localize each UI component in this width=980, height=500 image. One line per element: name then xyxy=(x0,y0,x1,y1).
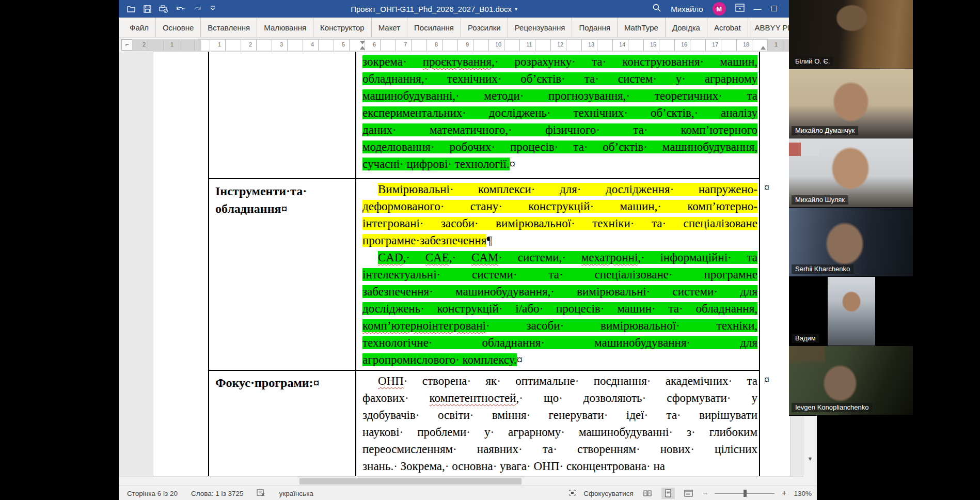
participant-name: Ievgen Konoplianchenko xyxy=(792,403,872,412)
undo-icon[interactable] xyxy=(176,5,186,13)
document-text-line: даних· математичного,· фізичного· та· ко… xyxy=(362,121,757,138)
proofing-errors-icon[interactable] xyxy=(257,489,265,498)
ruler-number: 1 xyxy=(218,41,221,48)
ruler-number: 7 xyxy=(404,41,407,48)
horizontal-scrollbar[interactable] xyxy=(119,476,803,486)
ribbon-tab-10[interactable]: Подання xyxy=(572,18,618,37)
print-preview-icon[interactable] xyxy=(159,5,168,13)
table-row: зокрема· проєктування,· розрахунку· та· … xyxy=(209,52,760,179)
customize-qat-icon[interactable] xyxy=(210,6,216,12)
ruler-number: 9 xyxy=(466,41,469,48)
page-indicator[interactable]: Сторінка 6 із 20 xyxy=(127,490,178,497)
ruler-number: 12 xyxy=(557,41,563,48)
open-icon[interactable] xyxy=(127,5,136,12)
ruler-number: 15 xyxy=(650,41,656,48)
ribbon-tab-11[interactable]: MathType xyxy=(618,18,666,37)
web-layout-icon[interactable] xyxy=(682,488,696,499)
language-indicator[interactable]: українська xyxy=(279,490,313,497)
table-label-line: Інструменти·та· xyxy=(215,182,351,200)
ribbon-display-options-icon[interactable] xyxy=(735,4,745,14)
document-text-line: здобувачів· освіти· вміння· генерувати· … xyxy=(362,407,757,424)
document-page[interactable]: зокрема· проєктування,· розрахунку· та· … xyxy=(153,52,790,476)
ribbon-tab-9[interactable]: Рецензування xyxy=(508,18,573,37)
ribbon-tab-1[interactable]: Файл xyxy=(123,18,156,37)
document-text-line: ОНП· створена· як· оптимальне· поєднання… xyxy=(362,372,757,389)
document-text-line: обладнання,· технічних· об’єктів· та· си… xyxy=(362,70,757,87)
ruler-number: 3 xyxy=(280,41,283,48)
left-indent-marker[interactable] xyxy=(360,46,365,50)
maximize-button[interactable]: ☐ xyxy=(771,0,778,18)
horizontal-ruler: 211234567891011121314151617181 xyxy=(132,39,789,51)
ribbon-tab-7[interactable]: Посилання xyxy=(407,18,461,37)
right-indent-marker[interactable] xyxy=(761,46,766,50)
ribbon-tab-3[interactable]: Вставлення xyxy=(201,18,257,37)
word-window: Проєкт_ОНП-G11_Phd_2026_2027_B01.docx ▾ … xyxy=(119,0,817,500)
read-mode-icon[interactable] xyxy=(641,488,654,499)
ribbon-tab-8[interactable]: Розсилки xyxy=(461,18,508,37)
document-text-line: деформованого· стану· конструкцій· машин… xyxy=(362,198,757,215)
video-tile-5[interactable]: Вадим xyxy=(789,277,913,346)
focus-icon[interactable] xyxy=(568,489,576,498)
tab-selector[interactable]: ⌐ xyxy=(121,39,133,51)
scroll-down-icon[interactable]: ▼ xyxy=(803,456,817,462)
zoom-out-button[interactable]: − xyxy=(703,489,707,498)
table-cell-text: зокрема· проєктування,· розрахунку· та· … xyxy=(356,52,760,178)
zoom-slider[interactable] xyxy=(715,493,774,494)
document-text-line: наукові· проблеми· у· аграрному· машиноб… xyxy=(362,424,757,441)
table-cell-text: ОНП· створена· як· оптимальне· поєднання… xyxy=(356,371,760,476)
document-text-line: інтелектуальні· системи· та· спеціалізов… xyxy=(362,266,757,283)
video-feed xyxy=(828,277,875,346)
participant-name: Serhii Kharchenko xyxy=(792,264,853,274)
ribbon-tab-13[interactable]: Acrobat xyxy=(707,18,748,37)
participant-name: Михайло Шуляк xyxy=(792,195,848,205)
word-count[interactable]: Слова: 1 із 3725 xyxy=(191,490,244,497)
document-text-line: моделювання· робочих· процесів· та· об’є… xyxy=(362,138,757,155)
video-tile-6[interactable]: Ievgen Konoplianchenko xyxy=(789,346,913,415)
document-text-line: машинобудуванні,· методи· прогнозування,… xyxy=(362,87,757,104)
zoom-slider-thumb[interactable] xyxy=(744,490,747,497)
redo-icon[interactable] xyxy=(194,5,202,13)
avatar[interactable]: M xyxy=(713,2,726,15)
ribbon-tab-4[interactable]: Малювання xyxy=(257,18,313,37)
document-text-line: програмне·забезпечення¶ xyxy=(362,232,757,249)
zoom-in-button[interactable]: + xyxy=(782,489,786,498)
video-tile-1[interactable]: Білий О. Є. xyxy=(789,0,913,69)
ruler-number: 17 xyxy=(712,41,718,48)
document-text-line: Вимірювальні· комплекси· для· дослідженн… xyxy=(362,181,757,198)
focus-button[interactable]: Сфокусуватися xyxy=(583,490,634,497)
horizontal-scroll-thumb[interactable] xyxy=(299,478,521,485)
first-line-indent-marker[interactable] xyxy=(360,41,365,44)
print-layout-icon[interactable] xyxy=(661,488,675,499)
document-text-line: агропромислового· комплексу.¤ xyxy=(362,351,757,368)
ruler-number: 2 xyxy=(143,41,146,48)
ruler-number: 2 xyxy=(249,41,252,48)
ruler-number: 18 xyxy=(743,41,749,48)
video-tile-4[interactable]: Serhii Kharchenko xyxy=(789,208,913,277)
video-tile-3[interactable]: Михайло Шуляк xyxy=(789,138,913,208)
document-text-line: CAD,· CAE,· CAM· системи,· мехатронні,· … xyxy=(362,249,757,266)
title-bar: Проєкт_ОНП-G11_Phd_2026_2027_B01.docx ▾ … xyxy=(119,0,817,18)
ribbon-tab-2[interactable]: Основне xyxy=(156,18,201,37)
ribbon-tab-6[interactable]: Макет xyxy=(372,18,407,37)
participant-name: Білий О. Є. xyxy=(792,57,833,66)
document-text-line: забезпечення· машинобудування,· вимірюва… xyxy=(362,283,757,300)
ribbon-tab-12[interactable]: Довідка xyxy=(666,18,707,37)
video-tile-2[interactable]: Михайло Думанчук xyxy=(789,69,913,138)
status-bar: Сторінка 6 із 20 Слова: 1 із 3725 україн… xyxy=(119,486,817,500)
ribbon-tab-5[interactable]: Конструктор xyxy=(313,18,372,37)
table-row: Інструменти·та·обладнання¤ Вимірювальні·… xyxy=(209,179,760,371)
row-end-mark: ¤ xyxy=(764,374,769,386)
table-cell-label: Інструменти·та·обладнання¤ xyxy=(209,179,356,370)
zoom-level[interactable]: 130% xyxy=(794,490,812,497)
save-icon[interactable] xyxy=(144,5,151,13)
user-name[interactable]: Михайло xyxy=(671,5,703,13)
ruler-number: 14 xyxy=(619,41,625,48)
document-text-line: інтегровані· засоби· вимірювальної· техн… xyxy=(362,215,757,232)
document-text-line: технологічне· обладнання· машинобудуванн… xyxy=(362,334,757,351)
minimize-button[interactable]: — xyxy=(754,0,762,18)
search-icon[interactable] xyxy=(652,3,661,14)
document-title[interactable]: Проєкт_ОНП-G11_Phd_2026_2027_B01.docx xyxy=(351,5,512,13)
title-dropdown-icon[interactable]: ▾ xyxy=(515,6,517,12)
ruler-number: 13 xyxy=(588,41,594,48)
ruler-number: 8 xyxy=(435,41,438,48)
